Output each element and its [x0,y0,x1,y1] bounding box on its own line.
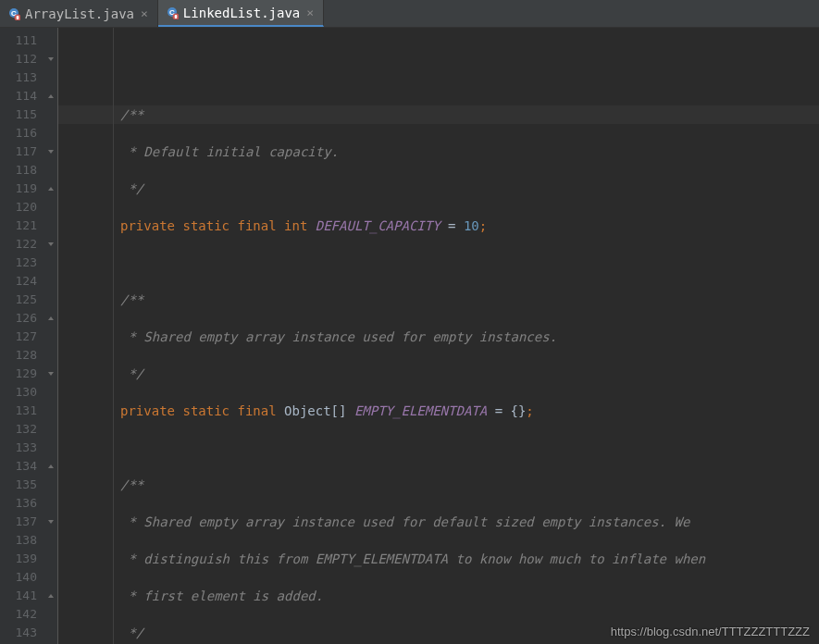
code-line: * distinguish this from EMPTY_ELEMENTDAT… [58,550,819,568]
fold-expand-icon[interactable] [44,513,57,531]
line-number: 141 [0,587,44,605]
editor-tabs: C ArrayList.java × C LinkedList.java × [0,0,819,28]
line-number: 121 [0,217,44,235]
line-number: 133 [0,439,44,457]
line-number: 123 [0,254,44,272]
line-number-gutter: 1111121131141151161171181191201211221231… [0,28,44,644]
code-line: */ [58,365,819,383]
code-content[interactable]: /** * Default initial capacity. */ priva… [57,28,819,644]
code-editor[interactable]: 1111121131141151161171181191201211221231… [0,28,819,644]
line-number: 115 [0,105,44,124]
code-line: * Default initial capacity. [58,142,819,161]
code-line [58,254,819,272]
tab-label: LinkedList.java [183,6,300,20]
fold-end-icon[interactable] [44,587,57,605]
fold-end-icon[interactable] [44,87,57,105]
line-number: 142 [0,605,44,624]
java-class-icon: C [166,6,179,19]
line-number: 139 [0,550,44,568]
line-number: 128 [0,346,44,365]
code-line: /** [58,476,819,494]
line-number: 120 [0,198,44,217]
fold-end-icon[interactable] [44,309,57,328]
line-number: 111 [0,31,44,50]
fold-expand-icon[interactable] [44,365,57,383]
code-line: * first element is added. [58,587,819,605]
line-number: 137 [0,513,44,531]
code-line: * Shared empty array instance used for d… [58,513,819,531]
close-icon[interactable]: × [139,6,150,20]
line-number: 134 [0,457,44,476]
code-line: private static final int DEFAULT_CAPACIT… [58,217,819,235]
fold-expand-icon[interactable] [44,235,57,254]
code-line [58,439,819,457]
line-number: 143 [0,624,44,642]
line-number: 125 [0,291,44,309]
line-number: 112 [0,50,44,68]
fold-end-icon[interactable] [44,180,57,198]
code-line: /** [58,105,819,124]
svg-rect-7 [175,15,178,19]
line-number: 140 [0,568,44,587]
code-line: * Shared empty array instance used for e… [58,328,819,346]
close-icon[interactable]: × [304,6,316,19]
line-number: 118 [0,161,44,180]
line-number: 126 [0,309,44,328]
code-line: private static final Object[] EMPTY_ELEM… [58,402,819,420]
line-number: 135 [0,476,44,494]
line-number: 119 [0,180,44,198]
fold-markers [44,28,57,644]
line-number: 130 [0,383,44,402]
fold-expand-icon[interactable] [44,50,57,68]
line-number: 129 [0,365,44,383]
line-number: 132 [0,420,44,439]
line-number: 138 [0,531,44,550]
line-number: 124 [0,272,44,291]
line-number: 127 [0,328,44,346]
fold-expand-icon[interactable] [44,142,57,161]
fold-end-icon[interactable] [44,457,57,476]
watermark-text: https://blog.csdn.net/TTTZZZTTTZZZ [611,625,810,638]
line-number: 136 [0,494,44,513]
line-number: 116 [0,124,44,142]
code-line [58,68,819,87]
line-number: 122 [0,235,44,254]
svg-rect-3 [17,16,19,19]
line-number: 113 [0,68,44,87]
java-class-icon: C [7,7,20,20]
tab-linkedlist[interactable]: C LinkedList.java × [158,0,324,27]
tab-arraylist[interactable]: C ArrayList.java × [0,0,158,27]
line-number: 114 [0,87,44,105]
line-number: 131 [0,402,44,420]
tab-label: ArrayList.java [25,6,134,21]
line-number: 117 [0,142,44,161]
code-line: */ [58,180,819,198]
code-line: /** [58,291,819,309]
